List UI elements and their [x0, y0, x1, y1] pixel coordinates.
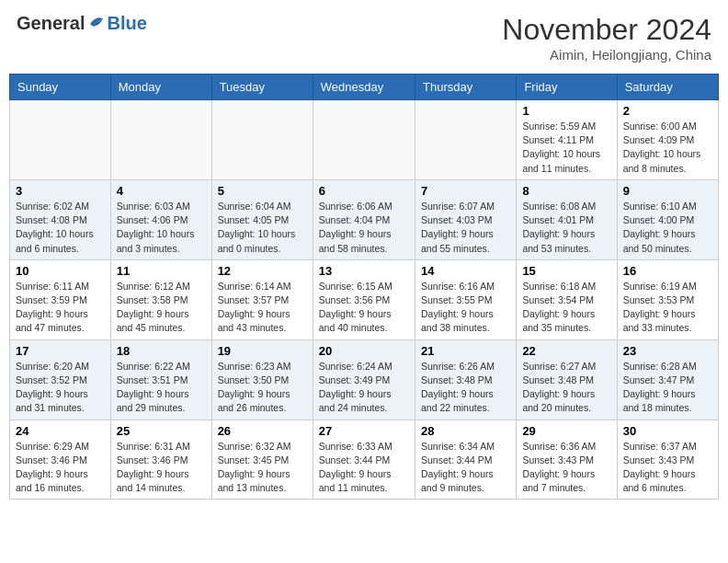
- day-info: Sunrise: 6:08 AM Sunset: 4:01 PM Dayligh…: [522, 200, 610, 256]
- day-info: Sunrise: 6:37 AM Sunset: 3:43 PM Dayligh…: [623, 440, 712, 496]
- calendar-day-cell: [211, 100, 313, 180]
- day-number: 10: [16, 264, 105, 278]
- day-info: Sunrise: 6:28 AM Sunset: 3:47 PM Dayligh…: [623, 360, 712, 416]
- calendar-day-cell: 20Sunrise: 6:24 AM Sunset: 3:49 PM Dayli…: [313, 339, 415, 419]
- day-info: Sunrise: 6:06 AM Sunset: 4:04 PM Dayligh…: [319, 200, 409, 256]
- calendar-day-cell: 8Sunrise: 6:08 AM Sunset: 4:01 PM Daylig…: [517, 179, 617, 259]
- weekday-header-thursday: Thursday: [415, 75, 516, 100]
- calendar-week-row: 10Sunrise: 6:11 AM Sunset: 3:59 PM Dayli…: [10, 259, 719, 339]
- day-number: 28: [421, 424, 510, 438]
- month-title: November 2024: [502, 13, 711, 47]
- calendar-day-cell: 10Sunrise: 6:11 AM Sunset: 3:59 PM Dayli…: [10, 259, 111, 339]
- day-info: Sunrise: 6:20 AM Sunset: 3:52 PM Dayligh…: [16, 360, 105, 416]
- day-number: 5: [218, 184, 307, 198]
- day-number: 14: [421, 264, 510, 278]
- day-info: Sunrise: 6:03 AM Sunset: 4:06 PM Dayligh…: [117, 200, 206, 256]
- day-number: 15: [522, 264, 610, 278]
- day-number: 3: [16, 184, 105, 198]
- day-info: Sunrise: 6:15 AM Sunset: 3:56 PM Dayligh…: [319, 280, 409, 336]
- calendar-day-cell: [10, 100, 111, 180]
- day-info: Sunrise: 6:34 AM Sunset: 3:44 PM Dayligh…: [421, 440, 510, 496]
- day-number: 20: [319, 344, 409, 358]
- day-number: 18: [117, 344, 206, 358]
- calendar-day-cell: 19Sunrise: 6:23 AM Sunset: 3:50 PM Dayli…: [211, 339, 313, 419]
- day-info: Sunrise: 6:12 AM Sunset: 3:58 PM Dayligh…: [117, 280, 206, 336]
- calendar-day-cell: 16Sunrise: 6:19 AM Sunset: 3:53 PM Dayli…: [617, 259, 718, 339]
- calendar-day-cell: 1Sunrise: 5:59 AM Sunset: 4:11 PM Daylig…: [517, 100, 617, 180]
- day-info: Sunrise: 6:22 AM Sunset: 3:51 PM Dayligh…: [117, 360, 206, 416]
- weekday-header-row: SundayMondayTuesdayWednesdayThursdayFrid…: [10, 75, 719, 100]
- day-number: 30: [623, 424, 712, 438]
- logo: General Blue: [17, 13, 147, 34]
- day-number: 17: [16, 344, 105, 358]
- day-number: 16: [623, 264, 712, 278]
- day-info: Sunrise: 6:02 AM Sunset: 4:08 PM Dayligh…: [16, 200, 105, 256]
- calendar-day-cell: 12Sunrise: 6:14 AM Sunset: 3:57 PM Dayli…: [211, 259, 313, 339]
- day-info: Sunrise: 6:18 AM Sunset: 3:54 PM Dayligh…: [522, 280, 610, 336]
- calendar-day-cell: 29Sunrise: 6:36 AM Sunset: 3:43 PM Dayli…: [517, 419, 617, 500]
- logo-general: General: [17, 13, 85, 34]
- location-subtitle: Aimin, Heilongjiang, China: [502, 47, 711, 63]
- day-number: 22: [522, 344, 610, 358]
- calendar-week-row: 17Sunrise: 6:20 AM Sunset: 3:52 PM Dayli…: [10, 339, 719, 419]
- calendar-day-cell: [313, 100, 415, 180]
- weekday-header-friday: Friday: [517, 75, 617, 100]
- day-info: Sunrise: 6:32 AM Sunset: 3:45 PM Dayligh…: [218, 440, 307, 496]
- weekday-header-monday: Monday: [110, 75, 211, 100]
- day-number: 2: [623, 104, 712, 118]
- day-number: 12: [218, 264, 307, 278]
- calendar-day-cell: 4Sunrise: 6:03 AM Sunset: 4:06 PM Daylig…: [110, 179, 211, 259]
- calendar-week-row: 3Sunrise: 6:02 AM Sunset: 4:08 PM Daylig…: [10, 179, 719, 259]
- day-info: Sunrise: 6:33 AM Sunset: 3:44 PM Dayligh…: [319, 440, 409, 496]
- calendar-day-cell: 28Sunrise: 6:34 AM Sunset: 3:44 PM Dayli…: [415, 419, 516, 500]
- calendar-week-row: 24Sunrise: 6:29 AM Sunset: 3:46 PM Dayli…: [10, 419, 719, 500]
- day-number: 29: [522, 424, 610, 438]
- calendar-day-cell: [415, 100, 516, 180]
- calendar-day-cell: 7Sunrise: 6:07 AM Sunset: 4:03 PM Daylig…: [415, 179, 516, 259]
- calendar-day-cell: 17Sunrise: 6:20 AM Sunset: 3:52 PM Dayli…: [10, 339, 111, 419]
- day-info: Sunrise: 6:23 AM Sunset: 3:50 PM Dayligh…: [218, 360, 307, 416]
- calendar-day-cell: 26Sunrise: 6:32 AM Sunset: 3:45 PM Dayli…: [211, 419, 313, 500]
- day-info: Sunrise: 6:10 AM Sunset: 4:00 PM Dayligh…: [623, 200, 712, 256]
- logo-blue: Blue: [107, 13, 146, 34]
- calendar-day-cell: 18Sunrise: 6:22 AM Sunset: 3:51 PM Dayli…: [110, 339, 211, 419]
- calendar-day-cell: [110, 100, 211, 180]
- calendar-day-cell: 2Sunrise: 6:00 AM Sunset: 4:09 PM Daylig…: [617, 100, 718, 180]
- day-number: 19: [218, 344, 307, 358]
- day-info: Sunrise: 6:16 AM Sunset: 3:55 PM Dayligh…: [421, 280, 510, 336]
- day-info: Sunrise: 6:11 AM Sunset: 3:59 PM Dayligh…: [16, 280, 105, 336]
- day-info: Sunrise: 6:36 AM Sunset: 3:43 PM Dayligh…: [522, 440, 610, 496]
- day-number: 21: [421, 344, 510, 358]
- day-info: Sunrise: 6:00 AM Sunset: 4:09 PM Dayligh…: [623, 120, 712, 176]
- day-number: 23: [623, 344, 712, 358]
- day-number: 1: [522, 104, 610, 118]
- day-number: 6: [319, 184, 409, 198]
- day-info: Sunrise: 6:04 AM Sunset: 4:05 PM Dayligh…: [218, 200, 307, 256]
- weekday-header-saturday: Saturday: [617, 75, 718, 100]
- calendar-day-cell: 25Sunrise: 6:31 AM Sunset: 3:46 PM Dayli…: [110, 419, 211, 500]
- calendar-table: SundayMondayTuesdayWednesdayThursdayFrid…: [9, 74, 719, 500]
- day-number: 13: [319, 264, 409, 278]
- day-number: 4: [117, 184, 206, 198]
- day-number: 8: [522, 184, 610, 198]
- day-number: 26: [218, 424, 307, 438]
- calendar-day-cell: 30Sunrise: 6:37 AM Sunset: 3:43 PM Dayli…: [617, 419, 718, 500]
- title-area: November 2024 Aimin, Heilongjiang, China: [502, 13, 711, 63]
- calendar-day-cell: 11Sunrise: 6:12 AM Sunset: 3:58 PM Dayli…: [110, 259, 211, 339]
- calendar-day-cell: 9Sunrise: 6:10 AM Sunset: 4:00 PM Daylig…: [617, 179, 718, 259]
- day-number: 25: [117, 424, 206, 438]
- day-info: Sunrise: 6:14 AM Sunset: 3:57 PM Dayligh…: [218, 280, 307, 336]
- day-info: Sunrise: 6:19 AM Sunset: 3:53 PM Dayligh…: [623, 280, 712, 336]
- calendar-day-cell: 5Sunrise: 6:04 AM Sunset: 4:05 PM Daylig…: [211, 179, 313, 259]
- weekday-header-tuesday: Tuesday: [211, 75, 313, 100]
- header: General Blue November 2024 Aimin, Heilon…: [9, 9, 719, 66]
- weekday-header-wednesday: Wednesday: [313, 75, 415, 100]
- calendar-day-cell: 23Sunrise: 6:28 AM Sunset: 3:47 PM Dayli…: [617, 339, 718, 419]
- day-number: 9: [623, 184, 712, 198]
- day-info: Sunrise: 5:59 AM Sunset: 4:11 PM Dayligh…: [522, 120, 610, 176]
- calendar-day-cell: 22Sunrise: 6:27 AM Sunset: 3:48 PM Dayli…: [517, 339, 617, 419]
- calendar-day-cell: 21Sunrise: 6:26 AM Sunset: 3:48 PM Dayli…: [415, 339, 516, 419]
- logo-bird-icon: [85, 16, 106, 32]
- calendar-day-cell: 27Sunrise: 6:33 AM Sunset: 3:44 PM Dayli…: [313, 419, 415, 500]
- calendar-day-cell: 6Sunrise: 6:06 AM Sunset: 4:04 PM Daylig…: [313, 179, 415, 259]
